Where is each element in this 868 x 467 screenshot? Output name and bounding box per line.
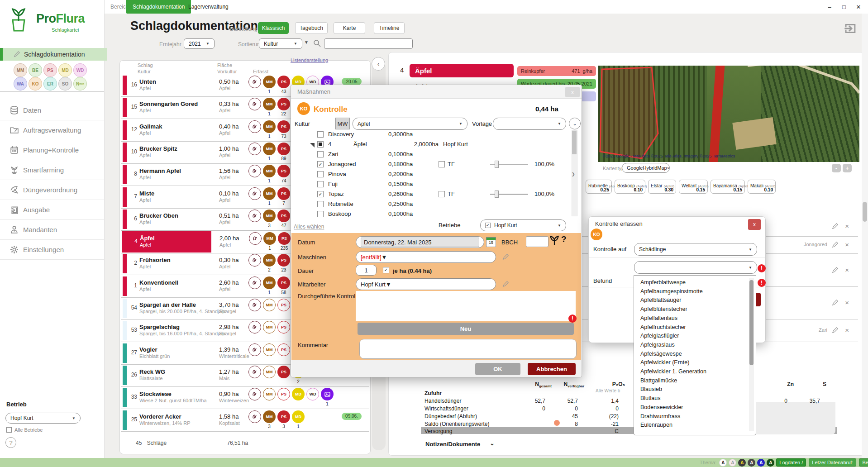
tree-checkbox[interactable] — [317, 211, 324, 217]
sidebar-item-auftragsverwaltung[interactable]: Auftragsverwaltung — [0, 120, 104, 140]
befund-select[interactable]: ▼ — [634, 261, 757, 274]
category-badge-WA[interactable]: WA — [14, 77, 27, 91]
vorlage-expand-button[interactable]: ⌄ — [569, 118, 581, 129]
tree-checkbox-partial[interactable] — [317, 141, 324, 148]
search-input[interactable] — [324, 38, 413, 49]
export-icon[interactable] — [843, 21, 858, 36]
dialog-close-button[interactable]: x — [748, 219, 761, 230]
bbch-input[interactable] — [526, 236, 548, 247]
options-scrollbar-thumb[interactable] — [749, 280, 754, 365]
expander-icon[interactable] — [310, 143, 315, 148]
mitarbeiter-select[interactable]: Hopf Kurt▼ — [356, 278, 496, 290]
kultur-select[interactable]: Apfel▼ — [353, 118, 467, 130]
sidebar-item-einstellungen[interactable]: Einstellungen — [0, 240, 104, 260]
alles-waehlen-link[interactable]: Alles wählen — [294, 224, 324, 230]
neu-button[interactable]: Neu — [358, 323, 574, 335]
statusbar-button-2[interactable]: Letzer Datenabruf: — [809, 458, 856, 467]
vorlage-select[interactable]: ▼ — [493, 118, 566, 130]
view-button-timeline[interactable]: Timeline — [374, 22, 405, 34]
map-zoom-in-button[interactable]: + — [843, 164, 852, 172]
edit-icon[interactable] — [832, 300, 838, 308]
delete-icon[interactable]: × — [845, 241, 849, 248]
theme-button-6[interactable]: A — [767, 459, 774, 467]
tree-row[interactable]: Rubinette0,2500ha — [300, 200, 572, 209]
category-badge-ER[interactable]: ER — [43, 77, 57, 91]
top-tab-2[interactable]: Schlagdokumentation — [126, 0, 191, 14]
befund-option[interactable]: Apfelblattsauger — [640, 297, 681, 303]
minimize-button[interactable]: – — [823, 0, 836, 14]
tree-row[interactable]: Fuji0,1500ha — [300, 180, 572, 189]
befund-option[interactable]: Apfelwickler 1. Generation — [640, 368, 706, 375]
tf-checkbox[interactable] — [439, 191, 445, 197]
variety-chip-elstar[interactable]: Elstar(Apfel)0.30 — [648, 180, 676, 194]
category-badge-SO[interactable]: SO — [58, 77, 72, 91]
close-button[interactable]: ✕ — [852, 0, 865, 14]
chevron-down-icon[interactable]: ⌄ — [490, 440, 495, 447]
view-button-tagebuch[interactable]: Tagebuch — [295, 22, 328, 34]
dialog-close-button[interactable]: x — [565, 87, 580, 97]
tree-row[interactable]: Zari0,1000ha — [300, 150, 572, 159]
plant-stage-icon[interactable] — [549, 235, 559, 246]
sortierung-select[interactable]: Kultur▼ — [259, 38, 302, 49]
befund-option[interactable]: Apfelsägewespe — [640, 351, 682, 357]
listendarstellung-link[interactable]: Listendarstellung — [291, 57, 328, 63]
category-badge-Nmin[interactable]: Nmin — [73, 77, 87, 91]
delete-icon[interactable]: × — [845, 266, 849, 274]
window-scrollbar-thumb[interactable] — [863, 202, 867, 222]
befund-option[interactable]: Eulenraupen — [640, 422, 672, 428]
befund-option[interactable]: Apfelglasflügler — [640, 333, 679, 339]
edit-icon[interactable] — [832, 327, 838, 335]
category-badge-PS[interactable]: PS — [43, 63, 57, 77]
delete-icon[interactable]: × — [845, 326, 849, 334]
tree-checkbox[interactable] — [317, 171, 324, 177]
maschinen-select[interactable]: [entfällt]▼ — [356, 251, 496, 263]
kontrolle-auf-select[interactable]: Schädlinge▼ — [634, 243, 757, 256]
sidebar-item-ausgabe[interactable]: Ausgabe — [0, 200, 104, 220]
dauer-input[interactable]: 1 — [356, 265, 377, 276]
expand-right-icon[interactable]: ❯ — [572, 172, 575, 176]
befund-option[interactable]: Blausieb — [640, 386, 662, 392]
betrieb-select[interactable]: Hopf Kurt▼ — [5, 413, 81, 424]
tree-checkbox[interactable] — [317, 131, 324, 138]
tree-row[interactable]: 4Äpfel2,0000haHopf Kurt — [300, 140, 572, 149]
schlag-row-25[interactable]: 25Vorderer AckerWinterweizen, 14% RP1,58… — [121, 409, 369, 432]
percent-slider[interactable] — [490, 194, 528, 195]
abbrechen-button[interactable]: Abbrechen — [528, 363, 576, 375]
variety-chip-rubinette[interactable]: Rubinette(Apfel)0.25 — [586, 180, 612, 194]
datum-field[interactable]: Donnerstag, 22. Mai 2025 — [356, 236, 484, 248]
tree-checkbox[interactable] — [317, 201, 324, 207]
befund-option[interactable]: Apfelwickler (Ernte) — [640, 359, 689, 366]
tree-scrollbar-thumb[interactable] — [572, 131, 577, 154]
theme-button-2[interactable]: A — [729, 459, 736, 467]
window-scrollbar[interactable] — [862, 14, 868, 458]
sidebar-item-smartfarming[interactable]: Smartfarming — [0, 160, 104, 180]
search-icon[interactable] — [313, 39, 321, 48]
tree-checkbox[interactable] — [317, 181, 324, 187]
view-button-karte[interactable]: Karte — [334, 22, 365, 34]
erntejahr-select[interactable]: 2021▼ — [184, 38, 215, 49]
befund-option[interactable]: Blattgallmücke — [640, 377, 677, 384]
tree-checkbox[interactable]: ✓ — [317, 161, 324, 167]
sidebar-item-düngeverordnung[interactable]: Düngeverordnung — [0, 180, 104, 200]
variety-chip-bayamarisa[interactable]: Bayamarisa(Apfel)0.15 — [711, 180, 745, 194]
category-badge-MM[interactable]: MM — [14, 63, 27, 77]
sidebar-item-daten[interactable]: Daten — [0, 100, 104, 120]
edit-mitarbeiter-icon[interactable] — [502, 281, 509, 287]
befund-option[interactable]: Apfelbaumgespinstmotte — [640, 288, 703, 295]
sidebar-item-planung+kontrolle[interactable]: Planung+Kontrolle — [0, 140, 104, 160]
sort-direction-button[interactable]: ▼ — [304, 40, 309, 45]
befund-option[interactable]: Blutlaus — [640, 395, 660, 401]
kontrollen-textarea[interactable] — [356, 291, 576, 321]
variety-chip-wellant[interactable]: Wellant(Apfel)0.15 — [679, 180, 708, 194]
befund-option[interactable]: Apfelfaltenlaus — [640, 315, 677, 321]
theme-button-3[interactable]: A — [738, 459, 746, 467]
befund-option[interactable]: Bodenseewickler — [640, 404, 683, 410]
statusbar-button-3[interactable]: Betriebs-ID: — [859, 458, 868, 467]
ok-button[interactable]: OK — [475, 363, 520, 375]
calendar-icon[interactable]: 15 — [486, 237, 496, 247]
befund-option[interactable]: Drahtwurmfrass — [640, 413, 680, 419]
befund-option[interactable]: Apfelgraslaus — [640, 342, 675, 348]
tree-row[interactable]: ✓Jonagored0,1800haTF100,0% — [300, 160, 572, 169]
tree-row[interactable]: Pinova0,2000ha — [300, 170, 572, 179]
edit-icon[interactable] — [832, 267, 838, 275]
